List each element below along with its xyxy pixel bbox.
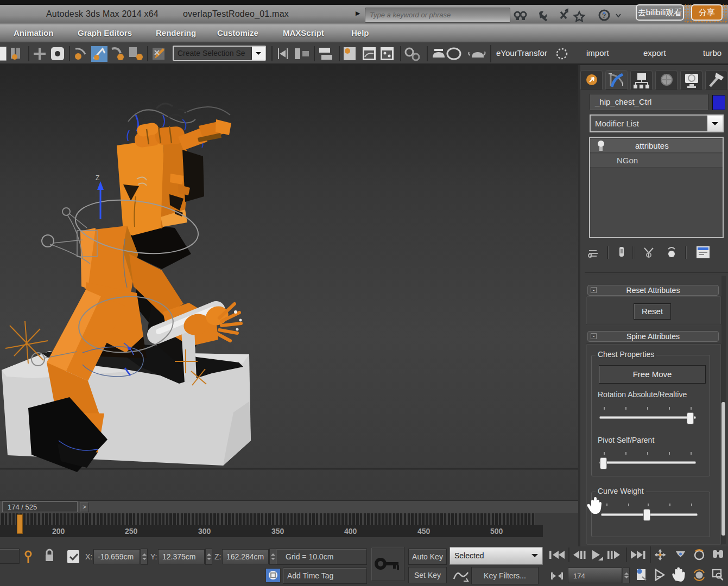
svg-text:Z: Z (96, 174, 99, 182)
